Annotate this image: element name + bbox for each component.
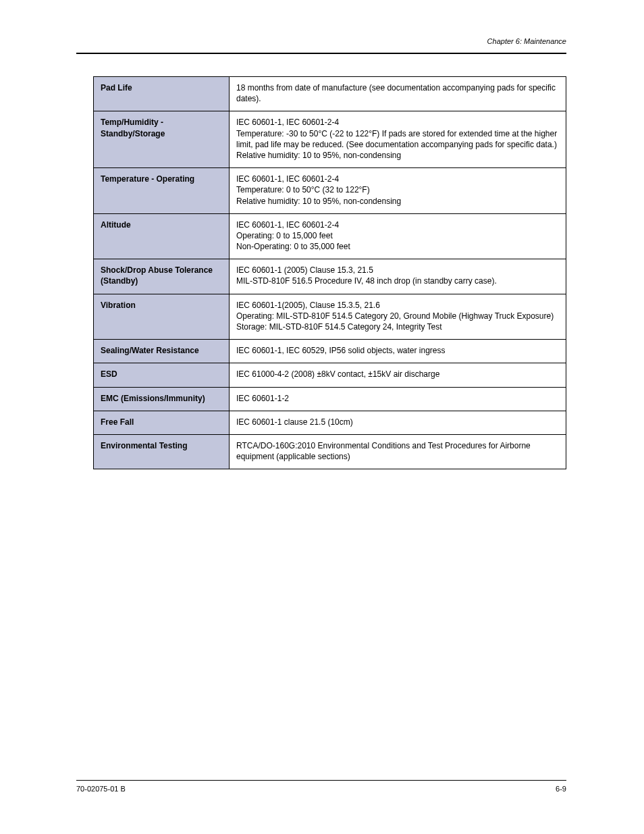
specs-table: Pad Life18 months from date of manufactu… — [93, 76, 566, 469]
spec-value: RTCA/DO-160G:2010 Environmental Conditio… — [230, 434, 566, 469]
footer-page-number: 6-9 — [556, 785, 566, 793]
spec-label: ESD — [94, 363, 230, 387]
spec-label: Sealing/Water Resistance — [94, 340, 230, 363]
table-row: Environmental TestingRTCA/DO-160G:2010 E… — [94, 434, 566, 469]
spec-label: Temperature - Operating — [94, 168, 230, 214]
spec-value: IEC 60601-1 clause 21.5 (10cm) — [230, 411, 566, 434]
table-row: Shock/Drop Abuse Tolerance (Standby)IEC … — [94, 259, 566, 294]
table-row: ESDIEC 61000-4-2 (2008) ±8kV contact, ±1… — [94, 363, 566, 387]
spec-label: EMC (Emissions/Immunity) — [94, 387, 230, 411]
spec-label: Temp/Humidity - Standby/Storage — [94, 111, 230, 168]
header-chapter: Chapter 6: Maintenance — [76, 37, 566, 45]
spec-value: IEC 60601-1, IEC 60529, IP56 solid objec… — [230, 340, 566, 363]
table-row: Pad Life18 months from date of manufactu… — [94, 77, 566, 111]
spec-label: Free Fall — [94, 411, 230, 434]
table-row: Temp/Humidity - Standby/StorageIEC 60601… — [94, 111, 566, 168]
spec-value: IEC 60601-1, IEC 60601-2-4 Temperature: … — [230, 111, 566, 168]
spec-value: IEC 60601-1, IEC 60601-2-4 Temperature: … — [230, 168, 566, 214]
table-row: EMC (Emissions/Immunity)IEC 60601-1-2 — [94, 387, 566, 411]
spec-value: IEC 61000-4-2 (2008) ±8kV contact, ±15kV… — [230, 363, 566, 387]
spec-value: IEC 60601-1 (2005) Clause 15.3, 21.5 MIL… — [230, 259, 566, 294]
spec-value: 18 months from date of manufacture (see … — [230, 77, 566, 111]
table-row: VibrationIEC 60601-1(2005), Clause 15.3.… — [94, 294, 566, 340]
table-row: Sealing/Water ResistanceIEC 60601-1, IEC… — [94, 340, 566, 363]
document-page: Chapter 6: Maintenance Pad Life18 months… — [0, 0, 644, 834]
spec-label: Pad Life — [94, 77, 230, 111]
table-row: Free FallIEC 60601-1 clause 21.5 (10cm) — [94, 411, 566, 434]
table-row: Temperature - OperatingIEC 60601-1, IEC … — [94, 168, 566, 214]
footer-rule — [76, 780, 566, 781]
header-rule — [76, 53, 566, 54]
spec-label: Shock/Drop Abuse Tolerance (Standby) — [94, 259, 230, 294]
spec-value: IEC 60601-1(2005), Clause 15.3.5, 21.6 O… — [230, 294, 566, 340]
spec-label: Environmental Testing — [94, 434, 230, 469]
spec-label: Altitude — [94, 213, 230, 259]
spec-label: Vibration — [94, 294, 230, 340]
spec-value: IEC 60601-1, IEC 60601-2-4 Operating: 0 … — [230, 213, 566, 259]
table-row: AltitudeIEC 60601-1, IEC 60601-2-4 Opera… — [94, 213, 566, 259]
spec-value: IEC 60601-1-2 — [230, 387, 566, 411]
footer-doc-number: 70-02075-01 B — [76, 785, 126, 793]
